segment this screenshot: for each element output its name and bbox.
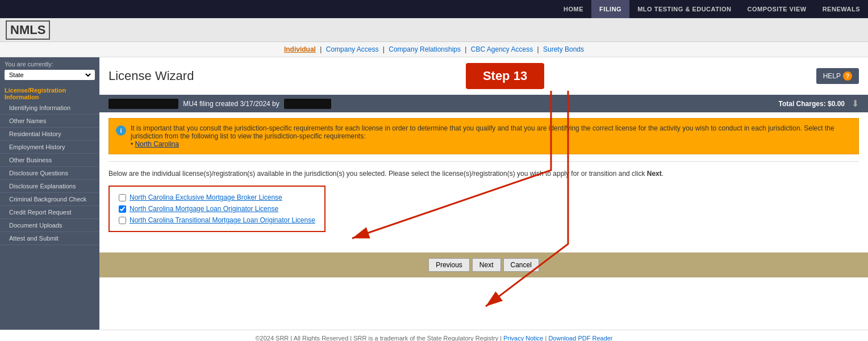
download-pdf-link[interactable]: Download PDF Reader (548, 335, 612, 341)
sidebar-state-dropdown-wrapper[interactable]: State (5, 70, 95, 80)
cancel-button[interactable]: Cancel (503, 258, 539, 272)
filing-info: MU4 filing created 3/17/2024 by (108, 99, 331, 109)
license-checkbox-1[interactable] (119, 194, 126, 201)
license-selection-box: North Carolina Exclusive Mortgage Broker… (108, 186, 326, 232)
sidebar-you-label: You are currently: (0, 57, 99, 69)
download-icon: ⬇ (852, 98, 859, 109)
help-label: HELP (823, 72, 841, 80)
sidebar-item-residential[interactable]: Residential History (0, 128, 99, 141)
filing-info-bar: MU4 filing created 3/17/2024 by Total Ch… (99, 95, 868, 112)
company-access-link[interactable]: Company Access (326, 45, 379, 53)
footer: ©2024 SRR | All Rights Reserved | SRR is… (0, 330, 868, 341)
mlo-nav-button[interactable]: MLO TESTING & EDUCATION (629, 0, 739, 18)
license-checkbox-3[interactable] (119, 217, 126, 224)
redacted-id (108, 99, 178, 109)
info-icon: i (116, 125, 126, 136)
license-intro-text: Below are the individual license(s)/regi… (108, 169, 859, 179)
privacy-notice-link[interactable]: Privacy Notice (503, 335, 543, 341)
filing-text: MU4 filing created 3/17/2024 by (183, 100, 279, 108)
sidebar-item-disclosure-questions[interactable]: Disclosure Questions (0, 167, 99, 180)
sidebar-item-employment[interactable]: Employment History (0, 141, 99, 154)
license-option-2: North Carolina Mortgage Loan Originator … (119, 205, 315, 213)
license-label-2: North Carolina Mortgage Loan Originator … (130, 205, 278, 213)
sidebar-section-label[interactable]: License/Registration Information (0, 83, 99, 102)
license-option-3: North Carolina Transitional Mortgage Loa… (119, 216, 315, 224)
sidebar-item-attest[interactable]: Attest and Submit (0, 232, 99, 245)
redacted-user (284, 99, 331, 109)
north-carolina-link[interactable]: North Carolina (135, 140, 179, 148)
sidebar-item-identifying[interactable]: Identifying Information (0, 102, 99, 115)
sidebar: You are currently: State License/Registr… (0, 57, 99, 330)
help-icon: ? (843, 71, 852, 81)
nmls-logo: NMLS (6, 20, 50, 40)
cbc-agency-link[interactable]: CBC Agency Access (471, 45, 533, 53)
info-box: i It is important that you consult the j… (108, 118, 859, 154)
content-header: License Wizard Step 13 HELP ? (99, 57, 868, 95)
info-text-content: It is important that you consult the jur… (131, 124, 834, 140)
help-button[interactable]: HELP ? (816, 68, 859, 84)
footer-line1: ©2024 SRR | All Rights Reserved | SRR is… (5, 335, 863, 341)
home-nav-button[interactable]: HOME (556, 0, 591, 18)
license-area: Below are the individual license(s)/regi… (108, 161, 859, 246)
info-text: It is important that you consult the jur… (131, 124, 852, 148)
step-badge: Step 13 (466, 63, 544, 89)
sidebar-item-credit-report[interactable]: Credit Report Request (0, 206, 99, 219)
bottom-nav-bar: Previous Next Cancel (99, 252, 868, 277)
sidebar-item-document-uploads[interactable]: Document Uploads (0, 219, 99, 232)
header-bar: NMLS (0, 18, 868, 42)
sidebar-state-select[interactable]: State (7, 71, 93, 79)
next-button[interactable]: Next (472, 258, 501, 272)
license-link-3[interactable]: North Carolina Transitional Mortgage Loa… (130, 216, 315, 224)
main-layout: You are currently: State License/Registr… (0, 57, 868, 330)
sub-navigation: Individual | Company Access | Company Re… (0, 42, 868, 57)
surety-bonds-link[interactable]: Surety Bonds (543, 45, 584, 53)
composite-nav-button[interactable]: COMPOSITE VIEW (739, 0, 814, 18)
license-checkbox-2[interactable] (119, 205, 126, 213)
top-navigation: HOME FILING MLO TESTING & EDUCATION COMP… (0, 0, 868, 18)
license-option-1: North Carolina Exclusive Mortgage Broker… (119, 193, 315, 201)
previous-button[interactable]: Previous (428, 258, 470, 272)
company-relationships-link[interactable]: Company Relationships (389, 45, 461, 53)
total-charges: Total Charges: $0.00 (779, 100, 845, 108)
filing-nav-button[interactable]: FILING (591, 0, 629, 18)
license-label-3: North Carolina Transitional Mortgage Loa… (130, 216, 315, 224)
sidebar-item-other-names[interactable]: Other Names (0, 115, 99, 128)
sidebar-item-other-business[interactable]: Other Business (0, 154, 99, 167)
individual-link[interactable]: Individual (284, 45, 316, 53)
renewals-nav-button[interactable]: RENEWALS (815, 0, 868, 18)
license-link-1[interactable]: North Carolina Exclusive Mortgage Broker… (130, 193, 282, 201)
license-link-2[interactable]: North Carolina Mortgage Loan Originator … (130, 205, 278, 213)
page-title: License Wizard (108, 69, 194, 83)
sidebar-item-disclosure-explanations[interactable]: Disclosure Explanations (0, 180, 99, 193)
content-area: License Wizard Step 13 HELP ? MU4 filing… (99, 57, 868, 330)
sidebar-item-criminal[interactable]: Criminal Background Check (0, 193, 99, 206)
license-label-1: North Carolina Exclusive Mortgage Broker… (130, 193, 282, 201)
